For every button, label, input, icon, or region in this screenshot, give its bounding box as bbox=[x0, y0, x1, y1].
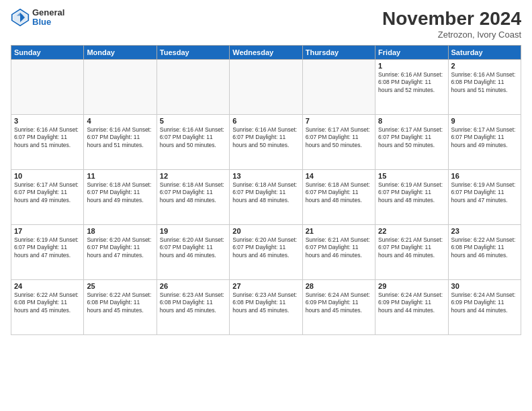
day-number: 20 bbox=[232, 227, 299, 235]
day-number: 1 bbox=[378, 62, 445, 70]
table-cell: 23Sunrise: 6:22 AM Sunset: 6:08 PM Dayli… bbox=[448, 225, 521, 280]
table-cell: 2Sunrise: 6:16 AM Sunset: 6:08 PM Daylig… bbox=[448, 60, 521, 115]
day-number: 24 bbox=[14, 282, 81, 290]
table-cell: 13Sunrise: 6:18 AM Sunset: 6:07 PM Dayli… bbox=[230, 170, 302, 225]
day-number: 17 bbox=[14, 227, 81, 235]
day-info: Sunrise: 6:17 AM Sunset: 6:07 PM Dayligh… bbox=[306, 126, 372, 149]
day-info: Sunrise: 6:23 AM Sunset: 6:08 PM Dayligh… bbox=[232, 291, 299, 314]
day-info: Sunrise: 6:16 AM Sunset: 6:07 PM Dayligh… bbox=[232, 126, 299, 149]
logo-text: General Blue bbox=[32, 8, 64, 28]
col-sunday: Sunday bbox=[11, 46, 84, 60]
table-cell: 21Sunrise: 6:21 AM Sunset: 6:07 PM Dayli… bbox=[302, 225, 375, 280]
day-info: Sunrise: 6:24 AM Sunset: 6:09 PM Dayligh… bbox=[306, 291, 372, 314]
day-info: Sunrise: 6:20 AM Sunset: 6:07 PM Dayligh… bbox=[87, 236, 153, 259]
day-info: Sunrise: 6:17 AM Sunset: 6:07 PM Dayligh… bbox=[14, 181, 81, 204]
day-number: 11 bbox=[87, 172, 153, 180]
day-number: 29 bbox=[378, 282, 445, 290]
table-cell: 14Sunrise: 6:18 AM Sunset: 6:07 PM Dayli… bbox=[302, 170, 375, 225]
table-cell bbox=[302, 60, 375, 115]
table-cell: 18Sunrise: 6:20 AM Sunset: 6:07 PM Dayli… bbox=[84, 225, 157, 280]
day-info: Sunrise: 6:18 AM Sunset: 6:07 PM Dayligh… bbox=[306, 181, 372, 204]
day-number: 9 bbox=[451, 117, 518, 125]
table-cell: 3Sunrise: 6:16 AM Sunset: 6:07 PM Daylig… bbox=[11, 115, 84, 170]
day-number: 2 bbox=[451, 62, 518, 70]
col-tuesday: Tuesday bbox=[157, 46, 229, 60]
table-cell: 30Sunrise: 6:24 AM Sunset: 6:09 PM Dayli… bbox=[448, 280, 521, 335]
day-info: Sunrise: 6:24 AM Sunset: 6:09 PM Dayligh… bbox=[451, 291, 518, 314]
week-row-2: 3Sunrise: 6:16 AM Sunset: 6:07 PM Daylig… bbox=[11, 115, 521, 170]
table-cell: 20Sunrise: 6:20 AM Sunset: 6:07 PM Dayli… bbox=[230, 225, 302, 280]
day-info: Sunrise: 6:16 AM Sunset: 6:07 PM Dayligh… bbox=[160, 126, 226, 149]
col-wednesday: Wednesday bbox=[230, 46, 302, 60]
table-cell: 16Sunrise: 6:19 AM Sunset: 6:07 PM Dayli… bbox=[448, 170, 521, 225]
calendar-header-row: Sunday Monday Tuesday Wednesday Thursday… bbox=[11, 46, 521, 60]
table-cell: 27Sunrise: 6:23 AM Sunset: 6:08 PM Dayli… bbox=[230, 280, 302, 335]
table-cell: 22Sunrise: 6:21 AM Sunset: 6:07 PM Dayli… bbox=[375, 225, 448, 280]
location-subtitle: Zetrozon, Ivory Coast bbox=[382, 30, 521, 40]
day-info: Sunrise: 6:16 AM Sunset: 6:07 PM Dayligh… bbox=[87, 126, 153, 149]
day-number: 21 bbox=[306, 227, 372, 235]
day-number: 10 bbox=[14, 172, 81, 180]
col-monday: Monday bbox=[84, 46, 157, 60]
day-info: Sunrise: 6:21 AM Sunset: 6:07 PM Dayligh… bbox=[306, 236, 372, 259]
day-number: 27 bbox=[232, 282, 299, 290]
day-number: 4 bbox=[87, 117, 153, 125]
day-number: 26 bbox=[160, 282, 226, 290]
day-number: 8 bbox=[378, 117, 445, 125]
logo-blue-text: Blue bbox=[32, 17, 64, 27]
day-info: Sunrise: 6:19 AM Sunset: 6:07 PM Dayligh… bbox=[378, 181, 445, 204]
logo: General Blue bbox=[11, 8, 64, 28]
table-cell: 17Sunrise: 6:19 AM Sunset: 6:07 PM Dayli… bbox=[11, 225, 84, 280]
table-cell: 11Sunrise: 6:18 AM Sunset: 6:07 PM Dayli… bbox=[84, 170, 157, 225]
day-info: Sunrise: 6:18 AM Sunset: 6:07 PM Dayligh… bbox=[232, 181, 299, 204]
day-info: Sunrise: 6:21 AM Sunset: 6:07 PM Dayligh… bbox=[378, 236, 445, 259]
day-number: 23 bbox=[451, 227, 518, 235]
day-number: 18 bbox=[87, 227, 153, 235]
day-info: Sunrise: 6:17 AM Sunset: 6:07 PM Dayligh… bbox=[378, 126, 445, 149]
day-info: Sunrise: 6:20 AM Sunset: 6:07 PM Dayligh… bbox=[232, 236, 299, 259]
header: General Blue November 2024 Zetrozon, Ivo… bbox=[11, 8, 521, 40]
day-number: 7 bbox=[306, 117, 372, 125]
day-info: Sunrise: 6:20 AM Sunset: 6:07 PM Dayligh… bbox=[160, 236, 226, 259]
day-info: Sunrise: 6:22 AM Sunset: 6:08 PM Dayligh… bbox=[87, 291, 153, 314]
logo-icon bbox=[11, 8, 30, 27]
table-cell: 9Sunrise: 6:17 AM Sunset: 6:07 PM Daylig… bbox=[448, 115, 521, 170]
table-cell: 19Sunrise: 6:20 AM Sunset: 6:07 PM Dayli… bbox=[157, 225, 229, 280]
table-cell: 12Sunrise: 6:18 AM Sunset: 6:07 PM Dayli… bbox=[157, 170, 229, 225]
table-cell: 28Sunrise: 6:24 AM Sunset: 6:09 PM Dayli… bbox=[302, 280, 375, 335]
day-number: 25 bbox=[87, 282, 153, 290]
day-number: 12 bbox=[160, 172, 226, 180]
day-number: 19 bbox=[160, 227, 226, 235]
table-cell: 7Sunrise: 6:17 AM Sunset: 6:07 PM Daylig… bbox=[302, 115, 375, 170]
table-cell: 15Sunrise: 6:19 AM Sunset: 6:07 PM Dayli… bbox=[375, 170, 448, 225]
day-info: Sunrise: 6:17 AM Sunset: 6:07 PM Dayligh… bbox=[451, 126, 518, 149]
day-info: Sunrise: 6:16 AM Sunset: 6:08 PM Dayligh… bbox=[378, 71, 445, 94]
day-info: Sunrise: 6:23 AM Sunset: 6:08 PM Dayligh… bbox=[160, 291, 226, 314]
week-row-3: 10Sunrise: 6:17 AM Sunset: 6:07 PM Dayli… bbox=[11, 170, 521, 225]
page: General Blue November 2024 Zetrozon, Ivo… bbox=[0, 0, 532, 411]
title-block: November 2024 Zetrozon, Ivory Coast bbox=[382, 8, 521, 40]
day-number: 13 bbox=[232, 172, 299, 180]
col-thursday: Thursday bbox=[302, 46, 375, 60]
col-saturday: Saturday bbox=[448, 46, 521, 60]
week-row-5: 24Sunrise: 6:22 AM Sunset: 6:08 PM Dayli… bbox=[11, 280, 521, 335]
table-cell bbox=[11, 60, 84, 115]
day-info: Sunrise: 6:24 AM Sunset: 6:09 PM Dayligh… bbox=[378, 291, 445, 314]
table-cell: 29Sunrise: 6:24 AM Sunset: 6:09 PM Dayli… bbox=[375, 280, 448, 335]
table-cell bbox=[84, 60, 157, 115]
month-title: November 2024 bbox=[382, 8, 521, 30]
day-info: Sunrise: 6:19 AM Sunset: 6:07 PM Dayligh… bbox=[451, 181, 518, 204]
day-number: 14 bbox=[306, 172, 372, 180]
table-cell: 26Sunrise: 6:23 AM Sunset: 6:08 PM Dayli… bbox=[157, 280, 229, 335]
day-number: 16 bbox=[451, 172, 518, 180]
day-number: 6 bbox=[232, 117, 299, 125]
table-cell: 6Sunrise: 6:16 AM Sunset: 6:07 PM Daylig… bbox=[230, 115, 302, 170]
day-info: Sunrise: 6:18 AM Sunset: 6:07 PM Dayligh… bbox=[160, 181, 226, 204]
table-cell: 4Sunrise: 6:16 AM Sunset: 6:07 PM Daylig… bbox=[84, 115, 157, 170]
day-number: 28 bbox=[306, 282, 372, 290]
day-info: Sunrise: 6:18 AM Sunset: 6:07 PM Dayligh… bbox=[87, 181, 153, 204]
logo-general-text: General bbox=[32, 8, 64, 17]
day-info: Sunrise: 6:16 AM Sunset: 6:08 PM Dayligh… bbox=[451, 71, 518, 94]
day-number: 15 bbox=[378, 172, 445, 180]
day-info: Sunrise: 6:19 AM Sunset: 6:07 PM Dayligh… bbox=[14, 236, 81, 259]
